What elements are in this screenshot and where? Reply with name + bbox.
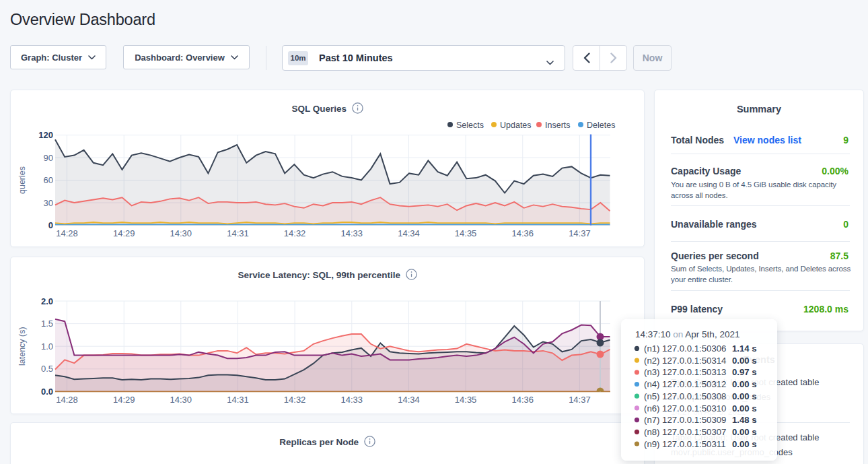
- svg-text:0.0: 0.0: [41, 387, 53, 397]
- svg-text:14:37: 14:37: [569, 395, 591, 405]
- svg-text:(n3) 127.0.0.1:50313: (n3) 127.0.0.1:50313: [644, 367, 726, 377]
- svg-text:1.48 s: 1.48 s: [732, 415, 757, 425]
- svg-text:(n2) 127.0.0.1:50314: (n2) 127.0.0.1:50314: [644, 356, 726, 366]
- svg-text:0.00 s: 0.00 s: [732, 403, 757, 413]
- svg-text:90: 90: [44, 153, 53, 163]
- svg-text:14:29: 14:29: [113, 228, 135, 238]
- svg-text:Updates: Updates: [500, 121, 532, 130]
- svg-text:(n1) 127.0.0.1:50306: (n1) 127.0.0.1:50306: [644, 343, 726, 354]
- svg-text:14:34: 14:34: [398, 228, 420, 238]
- svg-text:14:31: 14:31: [227, 228, 249, 238]
- svg-text:0: 0: [48, 220, 53, 230]
- svg-text:14:36: 14:36: [512, 395, 534, 405]
- svg-text:14:32: 14:32: [284, 395, 306, 405]
- svg-text:queries: queries: [17, 166, 27, 194]
- svg-text:latency (s): latency (s): [17, 327, 27, 366]
- svg-text:14:34: 14:34: [398, 395, 420, 405]
- svg-text:14:35: 14:35: [455, 228, 477, 238]
- svg-text:0.5: 0.5: [41, 364, 53, 374]
- svg-text:14:30: 14:30: [170, 395, 192, 405]
- svg-text:14:31: 14:31: [227, 395, 249, 405]
- svg-text:(n6) 127.0.0.1:50310: (n6) 127.0.0.1:50310: [644, 403, 726, 413]
- svg-text:14:28: 14:28: [56, 228, 78, 238]
- svg-text:14:32: 14:32: [284, 228, 306, 238]
- svg-text:14:29: 14:29: [113, 395, 135, 405]
- svg-text:120: 120: [38, 130, 53, 140]
- svg-text:0.00 s: 0.00 s: [732, 427, 757, 437]
- svg-text:0.00 s: 0.00 s: [732, 356, 757, 366]
- svg-text:30: 30: [44, 198, 53, 208]
- svg-text:(n4) 127.0.0.1:50312: (n4) 127.0.0.1:50312: [644, 379, 726, 389]
- svg-text:14:28: 14:28: [56, 395, 78, 405]
- svg-text:0.00 s: 0.00 s: [732, 391, 757, 401]
- svg-text:Inserts: Inserts: [545, 121, 571, 130]
- svg-text:1.5: 1.5: [41, 319, 53, 329]
- svg-text:14:30: 14:30: [170, 228, 192, 238]
- svg-text:14:37: 14:37: [569, 228, 591, 238]
- svg-text:1.14 s: 1.14 s: [732, 343, 757, 354]
- svg-text:14:36: 14:36: [512, 228, 534, 238]
- svg-text:14:33: 14:33: [341, 228, 363, 238]
- svg-text:(n9) 127.0.0.1:50311: (n9) 127.0.0.1:50311: [644, 439, 725, 449]
- svg-text:0.97 s: 0.97 s: [732, 367, 757, 377]
- svg-text:Selects: Selects: [456, 121, 484, 130]
- svg-text:(n5) 127.0.0.1:50308: (n5) 127.0.0.1:50308: [644, 391, 726, 401]
- svg-text:0.00 s: 0.00 s: [732, 379, 757, 389]
- svg-text:2.0: 2.0: [41, 296, 53, 306]
- svg-text:14:35: 14:35: [455, 395, 477, 405]
- svg-text:1.0: 1.0: [41, 341, 53, 352]
- svg-text:(n8) 127.0.0.1:50307: (n8) 127.0.0.1:50307: [644, 427, 726, 437]
- svg-text:60: 60: [44, 175, 53, 185]
- svg-text:0.00 s: 0.00 s: [732, 439, 757, 449]
- svg-text:14:33: 14:33: [341, 395, 363, 405]
- svg-text:(n7) 127.0.0.1:50309: (n7) 127.0.0.1:50309: [644, 415, 726, 425]
- svg-text:Deletes: Deletes: [587, 121, 615, 130]
